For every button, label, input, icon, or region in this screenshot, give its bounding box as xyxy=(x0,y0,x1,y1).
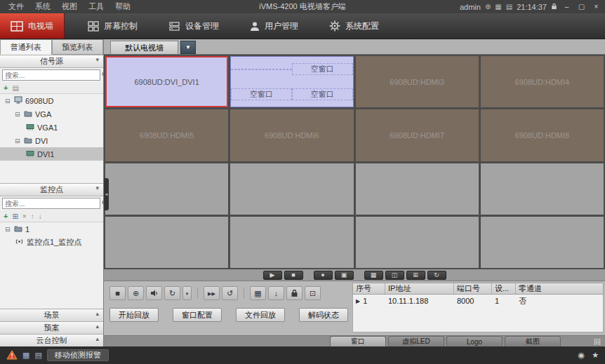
wall-cell-hdmi8[interactable]: 6908UD:HDMI8 xyxy=(481,109,604,161)
wall-cell-empty[interactable] xyxy=(356,217,479,268)
wall-cell-empty[interactable] xyxy=(356,163,479,215)
empty-window[interactable]: 空窗口 xyxy=(292,63,353,75)
add-signal-icon[interactable]: + xyxy=(4,83,8,92)
nav-tab-tvwall[interactable]: 电视墙 xyxy=(0,13,65,39)
menu-view[interactable]: 视图 xyxy=(56,1,83,12)
move-down-icon[interactable]: ↓ xyxy=(39,213,42,220)
accordion-plan[interactable]: 预案 ▴ xyxy=(0,321,103,334)
empty-window[interactable]: 空窗口 xyxy=(292,88,353,100)
tab-normal-list[interactable]: 普通列表 xyxy=(0,39,52,55)
wall-cell-hdmi4[interactable]: 6908UD:HDMI4 xyxy=(481,56,604,107)
edit-signal-icon[interactable]: ▤ xyxy=(12,84,18,92)
panel-restore-icon[interactable]: 回 xyxy=(594,337,601,347)
alarm-status-label[interactable]: 移动侦测报警 xyxy=(47,349,109,361)
wall-cell-quad[interactable]: 空窗口 空窗口 空窗口 xyxy=(230,56,353,107)
collapse-icon[interactable]: ⊟ xyxy=(15,137,21,144)
soft-keyboard-icon[interactable]: ▦ xyxy=(495,3,501,11)
star-icon[interactable]: ★ xyxy=(592,351,599,360)
start-playback-button[interactable]: 开始回放 xyxy=(109,308,159,322)
nav-tab-system-config[interactable]: 系统配置 xyxy=(319,13,390,39)
tree-item-dvi1-selected[interactable]: DVI1 xyxy=(0,147,103,161)
stop-decoding-button[interactable]: ■ xyxy=(109,286,126,300)
refresh-button[interactable]: ↻ xyxy=(427,271,446,280)
lock-screen-icon[interactable] xyxy=(551,3,557,11)
tree-item-vga[interactable]: ⊟ VGA xyxy=(0,107,103,121)
event-picture-icon[interactable]: ▦ xyxy=(22,351,29,360)
wall-config-button[interactable]: ⊞ xyxy=(406,271,425,280)
signal-search-input[interactable] xyxy=(2,69,100,81)
event-log-icon[interactable]: ▤ xyxy=(34,351,41,360)
tree-item-vga1[interactable]: VGA1 xyxy=(0,121,103,134)
minimize-button[interactable]: – xyxy=(561,3,572,11)
wall-cell-hdmi3[interactable]: 6908UD:HDMI3 xyxy=(356,56,479,107)
screen-config-button[interactable]: ▦ xyxy=(364,271,383,280)
wall-cell-hdmi7[interactable]: 6908UD:HDMI7 xyxy=(356,109,479,161)
wall-cell-empty[interactable] xyxy=(481,217,604,268)
ptz-rotate-button[interactable]: ↻ xyxy=(164,286,180,300)
delete-camera-icon[interactable]: × xyxy=(22,213,27,220)
calendar-icon[interactable]: ▤ xyxy=(506,3,512,11)
col-port[interactable]: 端口号 xyxy=(454,283,492,294)
wall-cell-hdmi5[interactable]: 6908UD:HDMI5 xyxy=(105,109,228,161)
wall-cell-empty[interactable] xyxy=(105,163,228,215)
globe-icon[interactable]: ⊕ xyxy=(485,3,491,11)
record-button[interactable]: ● xyxy=(314,271,333,280)
camera-panel-header[interactable]: 监控点 ▾ xyxy=(0,183,103,196)
decode-status-button[interactable]: 解码状态 xyxy=(299,308,348,322)
signal-source-header[interactable]: 信号源 ▾ xyxy=(0,55,103,68)
file-playback-button[interactable]: 文件回放 xyxy=(236,308,285,322)
nav-tab-user-management[interactable]: 用户管理 xyxy=(239,13,309,39)
close-button[interactable]: × xyxy=(591,3,601,11)
ptz-dropdown-button[interactable]: ▾ xyxy=(182,286,192,300)
collapse-icon[interactable]: ⊟ xyxy=(15,111,21,118)
popup-toggle-icon[interactable]: ◉ xyxy=(578,351,585,360)
menu-tools[interactable]: 工具 xyxy=(83,1,109,12)
capture-button[interactable]: ▣ xyxy=(335,271,354,280)
col-no[interactable]: 序号 xyxy=(353,283,385,294)
relay-decode-button[interactable]: ▸▸ xyxy=(204,286,220,300)
collapse-icon[interactable]: ⊟ xyxy=(5,97,11,105)
nav-tab-screen-control[interactable]: 屏幕控制 xyxy=(77,13,148,39)
move-up-icon[interactable]: ↑ xyxy=(31,213,34,220)
menu-help[interactable]: 帮助 xyxy=(109,1,136,12)
tab-virtual-led[interactable]: 虚拟LED xyxy=(388,336,444,346)
nav-tab-device-management[interactable]: 设备管理 xyxy=(158,13,230,39)
digital-zoom-button[interactable]: ⊕ xyxy=(128,286,144,300)
wall-cell-empty[interactable] xyxy=(105,217,228,268)
table-row[interactable]: ▶ 1 10.11.1.188 8000 1 否 xyxy=(353,295,603,307)
maximize-button[interactable]: ▢ xyxy=(576,3,587,11)
fullscreen-button[interactable]: ⊡ xyxy=(305,286,321,300)
tab-window[interactable]: 窗口 xyxy=(330,336,386,346)
tab-screenshot[interactable]: 截图 xyxy=(505,336,561,346)
wall-cell-hdmi6[interactable]: 6908UD:HDMI6 xyxy=(230,109,353,161)
collapse-icon[interactable]: ⊟ xyxy=(5,226,11,233)
audio-button[interactable] xyxy=(146,286,162,300)
tab-logo[interactable]: Logo xyxy=(446,336,503,346)
add-camera-icon[interactable]: + xyxy=(4,212,8,220)
lock-button[interactable] xyxy=(286,286,302,300)
wall-cell-empty[interactable] xyxy=(230,163,353,215)
tree-item-camera1[interactable]: 监控点1_监控点 xyxy=(0,236,103,249)
sidebar-collapse-handle[interactable]: ◂ xyxy=(104,178,109,210)
export-button[interactable]: ↓ xyxy=(268,286,284,300)
alarm-triangle-icon[interactable] xyxy=(6,350,18,361)
tree-item-dvi[interactable]: ⊟ DVI xyxy=(0,134,103,147)
camera-search-input[interactable] xyxy=(2,198,100,209)
accordion-scene[interactable]: 场景 ▴ xyxy=(0,309,103,321)
tab-default-tvwall[interactable]: 默认电视墙 xyxy=(110,41,178,54)
play-button[interactable]: ▶ xyxy=(263,271,282,280)
accordion-ptz-control[interactable]: 云台控制 ▴ xyxy=(0,334,103,346)
col-ip[interactable]: IP地址 xyxy=(385,283,454,294)
wall-dropdown-button[interactable]: ▼ xyxy=(180,41,196,54)
col-device[interactable]: 设... xyxy=(492,283,516,294)
video-thumbnail[interactable] xyxy=(231,69,292,70)
stop-button[interactable]: ■ xyxy=(284,271,303,280)
tree-item-group1[interactable]: ⊟ 1 xyxy=(0,222,103,236)
wall-cell-empty[interactable] xyxy=(481,163,604,215)
col-zero-channel[interactable]: 零通道 xyxy=(516,283,603,294)
menu-system[interactable]: 系统 xyxy=(29,1,56,12)
tree-item-6908ud[interactable]: ⊟ 6908UD xyxy=(0,94,103,107)
cycle-decode-button[interactable]: ↺ xyxy=(222,286,238,300)
wall-cell-empty[interactable] xyxy=(230,217,353,268)
screen-layout-button[interactable]: ▦ xyxy=(250,286,266,300)
